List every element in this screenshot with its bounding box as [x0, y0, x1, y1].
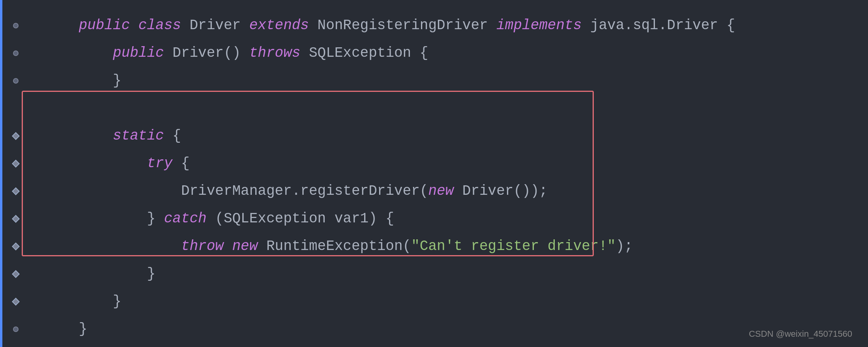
gutter-2: [8, 50, 24, 56]
gutter-marker-8: [12, 215, 20, 223]
gutter-7: [8, 188, 24, 194]
close-class: }: [79, 321, 88, 337]
gutter-11: [8, 299, 24, 304]
gutter-9: [8, 244, 24, 249]
code-editor: public class Driver extends NonRegisteri…: [0, 0, 868, 347]
gutter-10: [8, 271, 24, 277]
gutter-marker-12: [13, 326, 19, 332]
gutter-marker-5: [12, 132, 20, 140]
gutter-marker-3: [13, 78, 19, 84]
gutter-marker-2: [13, 50, 19, 56]
gutter-marker-11: [12, 298, 20, 306]
gutter-1: [8, 23, 24, 28]
gutter-marker-9: [12, 243, 20, 250]
gutter-3: [8, 78, 24, 84]
gutter-marker-1: [13, 23, 19, 28]
watermark-text: CSDN @weixin_45071560: [749, 329, 852, 339]
code-line-12: }: [8, 315, 860, 343]
code-text-12: }: [28, 288, 860, 347]
gutter-8: [8, 216, 24, 222]
gutter-6: [8, 161, 24, 166]
gutter-5: [8, 133, 24, 139]
gutter-marker-6: [12, 160, 20, 168]
gutter-marker-7: [12, 187, 20, 195]
gutter-marker-10: [12, 270, 20, 278]
gutter-12: [8, 326, 24, 332]
indent-3: }: [79, 73, 122, 89]
code-line-3: }: [8, 67, 860, 95]
